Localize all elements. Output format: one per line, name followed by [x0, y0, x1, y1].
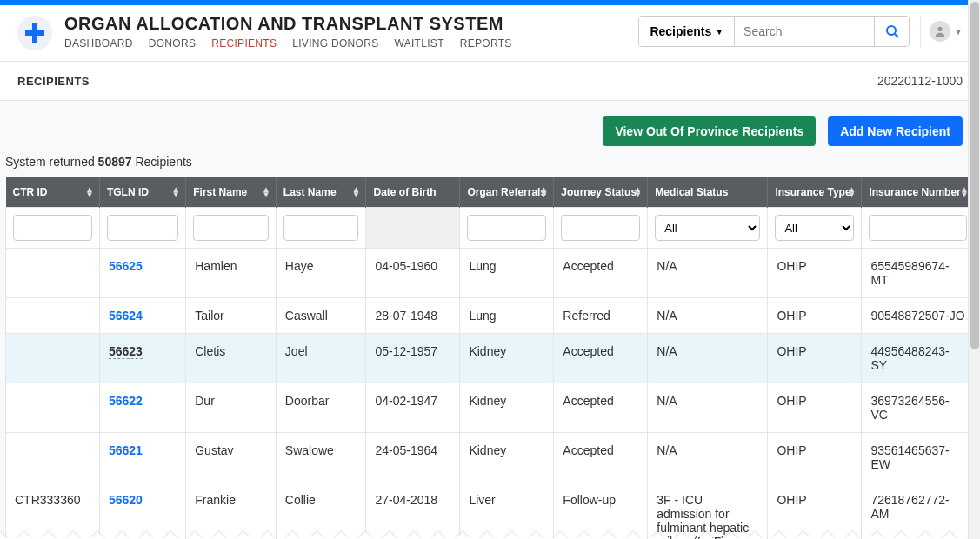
col-header-tgln-id[interactable]: TGLN ID▲▼ [99, 177, 185, 208]
cell-first-name: Tailor [186, 298, 277, 334]
sort-icon: ▲▼ [85, 187, 94, 197]
cell-organ-referrals: Kidney [460, 383, 554, 433]
col-header-insurance-type[interactable]: Insurance Type▲▼ [768, 177, 862, 208]
cell-ctr-id [6, 298, 100, 334]
cell-tgln-id: 56625 [99, 249, 185, 298]
nav-item-living-donors[interactable]: LIVING DONORS [292, 37, 378, 50]
cell-journey-status: Referred [554, 298, 648, 334]
search-icon [885, 24, 899, 38]
nav-item-reports[interactable]: REPORTS [460, 37, 512, 50]
tgln-id-link[interactable]: 56622 [109, 394, 143, 408]
caret-down-icon: ▼ [954, 27, 963, 37]
col-header-dob[interactable]: Date of Birth [366, 177, 460, 208]
recipients-table: CTR ID▲▼ TGLN ID▲▼ First Name▲▼ Last Nam… [5, 177, 975, 539]
search-scope-label: Recipients [650, 24, 711, 38]
user-menu[interactable]: ▼ [920, 16, 963, 47]
cell-insurance-number: 93561465637-EW [862, 433, 975, 482]
filter-last-name[interactable] [283, 215, 359, 241]
cell-dob: 04-02-1947 [366, 383, 460, 433]
nav-item-donors[interactable]: DONORS [149, 37, 196, 50]
cell-insurance-number: 90548872507-JO [862, 298, 975, 334]
tgln-id-link[interactable]: 56623 [109, 344, 143, 359]
cell-journey-status: Accepted [554, 249, 648, 298]
cell-dob: 05-12-1957 [366, 334, 460, 383]
filter-journey-status[interactable] [561, 215, 640, 241]
search-button[interactable] [874, 17, 909, 46]
sort-icon: ▲▼ [539, 187, 548, 197]
filter-tgln-id[interactable] [107, 215, 178, 241]
cell-last-name: Haye [276, 249, 366, 298]
cell-dob: 24-05-1964 [366, 433, 460, 482]
col-header-last-name[interactable]: Last Name▲▼ [276, 177, 366, 208]
cell-journey-status: Accepted [554, 433, 648, 482]
summary-suffix: Recipients [132, 155, 192, 169]
cell-dob: 28-07-1948 [366, 298, 460, 334]
col-header-organ-referrals[interactable]: Organ Referrals▲▼ [460, 177, 554, 208]
cell-first-name: Gustav [186, 433, 277, 482]
table-row: 56623CletisJoel05-12-1957KidneyAcceptedN… [6, 334, 975, 383]
col-header-ctr-id[interactable]: CTR ID▲▼ [6, 177, 100, 208]
table-header-row: CTR ID▲▼ TGLN ID▲▼ First Name▲▼ Last Nam… [6, 177, 975, 208]
table-row: 56622DurDoorbar04-02-1947KidneyAcceptedN… [6, 383, 975, 433]
cell-insurance-type: OHIP [768, 334, 862, 383]
col-header-medical-status[interactable]: Medical Status [648, 177, 768, 208]
nav-item-recipients[interactable]: RECIPIENTS [211, 37, 277, 50]
summary-count: 50897 [98, 155, 132, 169]
cell-insurance-number: 36973264556-VC [862, 383, 975, 433]
nav-item-dashboard[interactable]: DASHBOARD [64, 37, 133, 50]
page-band: RECIPIENTS 20220112-1000 [0, 61, 980, 101]
filter-first-name[interactable] [193, 215, 269, 241]
cell-organ-referrals: Lung [460, 249, 554, 298]
cell-ctr-id [6, 383, 100, 433]
svg-line-1 [895, 34, 898, 37]
torn-edge-decoration [0, 522, 968, 539]
sort-icon: ▲▼ [633, 187, 642, 197]
cell-ctr-id [6, 249, 100, 298]
result-summary: System returned 50897 Recipients [0, 155, 980, 177]
avatar [930, 21, 950, 42]
cell-insurance-type: OHIP [768, 249, 862, 298]
sort-icon: ▲▼ [171, 187, 180, 197]
filter-insurance-type[interactable]: All [775, 215, 854, 241]
col-header-first-name[interactable]: First Name▲▼ [186, 177, 277, 208]
col-header-journey-status[interactable]: Journey Status▲▼ [554, 177, 648, 208]
tgln-id-link[interactable]: 56621 [109, 443, 143, 457]
cell-last-name: Doorbar [276, 383, 366, 433]
main-nav: DASHBOARDDONORSRECIPIENTSLIVING DONORSWA… [64, 37, 638, 50]
cell-insurance-type: OHIP [768, 383, 862, 433]
page-title: RECIPIENTS [17, 75, 90, 88]
filter-dob-disabled [366, 208, 460, 249]
nav-item-waitlist[interactable]: WAITLIST [394, 37, 443, 50]
vertical-scrollbar[interactable] [968, 0, 980, 539]
cell-last-name: Caswall [276, 298, 366, 334]
tgln-id-link[interactable]: 56620 [109, 493, 143, 507]
sort-icon: ▲▼ [352, 187, 361, 197]
add-new-recipient-button[interactable]: Add New Recipient [828, 116, 963, 146]
cell-medical-status: N/A [648, 383, 768, 433]
cell-last-name: Joel [276, 334, 366, 383]
filter-ctr-id[interactable] [13, 215, 92, 241]
filter-medical-status[interactable]: All [655, 215, 760, 241]
cell-insurance-number: 65545989674-MT [862, 249, 975, 298]
table-row: 56624TailorCaswall28-07-1948LungReferred… [6, 298, 975, 334]
tgln-id-link[interactable]: 56624 [109, 309, 143, 323]
tgln-id-link[interactable]: 56625 [109, 259, 143, 273]
scrollbar-thumb[interactable] [970, 2, 979, 349]
cell-medical-status: N/A [648, 334, 768, 383]
search-input[interactable] [735, 17, 874, 46]
svg-point-0 [887, 26, 896, 35]
filter-row: All All [6, 208, 975, 249]
search-scope-dropdown[interactable]: Recipients ▼ [639, 17, 735, 46]
session-id: 20220112-1000 [877, 74, 963, 88]
view-oop-recipients-button[interactable]: View Out Of Province Recipients [603, 116, 816, 146]
cell-ctr-id [6, 334, 100, 383]
cell-insurance-type: OHIP [768, 433, 862, 482]
cell-journey-status: Accepted [554, 334, 648, 383]
cell-organ-referrals: Lung [460, 298, 554, 334]
col-header-insurance-number[interactable]: Insurance Number▲▼ [862, 177, 975, 208]
cell-medical-status: N/A [648, 298, 768, 334]
caret-down-icon: ▼ [715, 27, 723, 37]
filter-organ-referrals[interactable] [467, 215, 546, 241]
filter-insurance-number[interactable] [869, 215, 967, 241]
recipients-table-wrap: CTR ID▲▼ TGLN ID▲▼ First Name▲▼ Last Nam… [0, 177, 980, 539]
